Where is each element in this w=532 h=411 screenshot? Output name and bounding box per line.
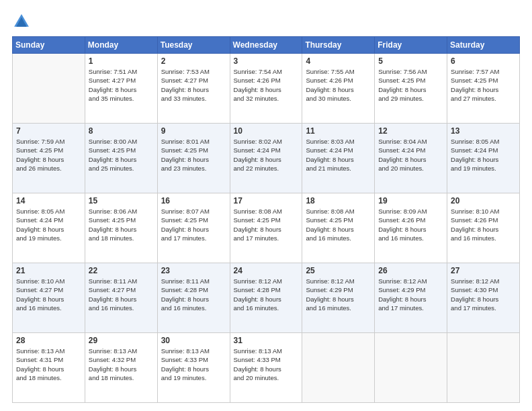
- day-info: Sunrise: 8:05 AM Sunset: 4:24 PM Dayligh…: [451, 137, 516, 173]
- calendar-cell: 11Sunrise: 8:03 AM Sunset: 4:24 PM Dayli…: [302, 124, 375, 193]
- day-number: 23: [161, 266, 226, 275]
- day-number: 31: [234, 336, 299, 345]
- calendar-cell: 14Sunrise: 8:05 AM Sunset: 4:24 PM Dayli…: [13, 193, 85, 263]
- day-number: 10: [234, 126, 299, 136]
- calendar-cell: 7Sunrise: 7:59 AM Sunset: 4:25 PM Daylig…: [13, 124, 85, 193]
- calendar-cell: 22Sunrise: 8:11 AM Sunset: 4:27 PM Dayli…: [85, 263, 157, 333]
- day-number: 25: [306, 266, 371, 275]
- calendar-cell: 31Sunrise: 8:13 AM Sunset: 4:33 PM Dayli…: [230, 333, 302, 403]
- day-number: 12: [378, 126, 443, 136]
- calendar-cell: [375, 333, 447, 403]
- day-number: 21: [16, 266, 81, 275]
- day-info: Sunrise: 8:02 AM Sunset: 4:24 PM Dayligh…: [234, 137, 299, 173]
- day-info: Sunrise: 8:13 AM Sunset: 4:33 PM Dayligh…: [161, 347, 226, 382]
- calendar-week-3: 14Sunrise: 8:05 AM Sunset: 4:24 PM Dayli…: [13, 193, 520, 263]
- calendar-cell: 6Sunrise: 7:57 AM Sunset: 4:25 PM Daylig…: [447, 54, 520, 124]
- day-info: Sunrise: 8:12 AM Sunset: 4:29 PM Dayligh…: [306, 277, 371, 312]
- calendar-cell: 30Sunrise: 8:13 AM Sunset: 4:33 PM Dayli…: [157, 333, 230, 403]
- calendar-cell: 9Sunrise: 8:01 AM Sunset: 4:25 PM Daylig…: [157, 124, 230, 193]
- calendar-cell: [302, 333, 375, 403]
- day-number: 8: [89, 126, 154, 136]
- day-info: Sunrise: 8:10 AM Sunset: 4:26 PM Dayligh…: [451, 207, 516, 242]
- day-number: 17: [234, 196, 299, 205]
- day-info: Sunrise: 8:00 AM Sunset: 4:25 PM Dayligh…: [89, 137, 154, 173]
- day-number: 9: [161, 126, 226, 136]
- weekday-header-tuesday: Tuesday: [157, 37, 230, 54]
- header: [12, 12, 520, 31]
- calendar-cell: 10Sunrise: 8:02 AM Sunset: 4:24 PM Dayli…: [230, 124, 302, 193]
- page: SundayMondayTuesdayWednesdayThursdayFrid…: [0, 0, 532, 411]
- day-number: 16: [161, 196, 226, 205]
- day-number: 15: [89, 196, 154, 205]
- day-number: 27: [451, 266, 516, 275]
- weekday-header-wednesday: Wednesday: [230, 37, 302, 54]
- calendar-cell: 29Sunrise: 8:13 AM Sunset: 4:32 PM Dayli…: [85, 333, 157, 403]
- day-info: Sunrise: 8:08 AM Sunset: 4:25 PM Dayligh…: [234, 207, 299, 242]
- weekday-header-sunday: Sunday: [13, 37, 85, 54]
- day-info: Sunrise: 8:04 AM Sunset: 4:24 PM Dayligh…: [378, 137, 443, 173]
- calendar-cell: 8Sunrise: 8:00 AM Sunset: 4:25 PM Daylig…: [85, 124, 157, 193]
- calendar-body: 1Sunrise: 7:51 AM Sunset: 4:27 PM Daylig…: [13, 54, 520, 403]
- calendar-cell: 1Sunrise: 7:51 AM Sunset: 4:27 PM Daylig…: [85, 54, 157, 124]
- calendar-table: SundayMondayTuesdayWednesdayThursdayFrid…: [12, 36, 520, 403]
- calendar-cell: 13Sunrise: 8:05 AM Sunset: 4:24 PM Dayli…: [447, 124, 520, 193]
- day-number: 2: [161, 56, 226, 66]
- day-info: Sunrise: 8:01 AM Sunset: 4:25 PM Dayligh…: [161, 137, 226, 173]
- calendar-cell: 2Sunrise: 7:53 AM Sunset: 4:27 PM Daylig…: [157, 54, 230, 124]
- day-info: Sunrise: 8:12 AM Sunset: 4:28 PM Dayligh…: [234, 277, 299, 312]
- day-info: Sunrise: 8:06 AM Sunset: 4:25 PM Dayligh…: [89, 207, 154, 242]
- day-number: 24: [234, 266, 299, 275]
- day-number: 14: [16, 196, 81, 205]
- calendar-cell: [13, 54, 85, 124]
- day-number: 28: [16, 336, 81, 345]
- day-number: 7: [16, 126, 81, 136]
- day-info: Sunrise: 8:05 AM Sunset: 4:24 PM Dayligh…: [16, 207, 81, 242]
- day-number: 1: [89, 56, 154, 66]
- weekday-header-thursday: Thursday: [302, 37, 375, 54]
- calendar-cell: 19Sunrise: 8:09 AM Sunset: 4:26 PM Dayli…: [375, 193, 447, 263]
- calendar-cell: [447, 333, 520, 403]
- day-info: Sunrise: 8:09 AM Sunset: 4:26 PM Dayligh…: [378, 207, 443, 242]
- calendar-week-2: 7Sunrise: 7:59 AM Sunset: 4:25 PM Daylig…: [13, 124, 520, 193]
- day-info: Sunrise: 8:07 AM Sunset: 4:25 PM Dayligh…: [161, 207, 226, 242]
- day-info: Sunrise: 7:53 AM Sunset: 4:27 PM Dayligh…: [161, 67, 226, 103]
- calendar-cell: 27Sunrise: 8:12 AM Sunset: 4:30 PM Dayli…: [447, 263, 520, 333]
- calendar-cell: 12Sunrise: 8:04 AM Sunset: 4:24 PM Dayli…: [375, 124, 447, 193]
- day-number: 29: [89, 336, 154, 345]
- calendar-cell: 20Sunrise: 8:10 AM Sunset: 4:26 PM Dayli…: [447, 193, 520, 263]
- day-number: 13: [451, 126, 516, 136]
- day-info: Sunrise: 8:13 AM Sunset: 4:31 PM Dayligh…: [16, 347, 81, 382]
- day-info: Sunrise: 7:51 AM Sunset: 4:27 PM Dayligh…: [89, 67, 154, 103]
- calendar-cell: 28Sunrise: 8:13 AM Sunset: 4:31 PM Dayli…: [13, 333, 85, 403]
- day-info: Sunrise: 8:12 AM Sunset: 4:30 PM Dayligh…: [451, 277, 516, 312]
- day-info: Sunrise: 7:55 AM Sunset: 4:26 PM Dayligh…: [306, 67, 371, 103]
- calendar-cell: 16Sunrise: 8:07 AM Sunset: 4:25 PM Dayli…: [157, 193, 230, 263]
- day-number: 6: [451, 56, 516, 66]
- calendar-cell: 15Sunrise: 8:06 AM Sunset: 4:25 PM Dayli…: [85, 193, 157, 263]
- day-number: 20: [451, 196, 516, 205]
- day-info: Sunrise: 8:08 AM Sunset: 4:25 PM Dayligh…: [306, 207, 371, 242]
- day-number: 5: [378, 56, 443, 66]
- day-number: 3: [234, 56, 299, 66]
- day-number: 19: [378, 196, 443, 205]
- day-info: Sunrise: 8:13 AM Sunset: 4:33 PM Dayligh…: [234, 347, 299, 382]
- calendar-cell: 17Sunrise: 8:08 AM Sunset: 4:25 PM Dayli…: [230, 193, 302, 263]
- weekday-header-saturday: Saturday: [447, 37, 520, 54]
- day-info: Sunrise: 8:03 AM Sunset: 4:24 PM Dayligh…: [306, 137, 371, 173]
- calendar-week-1: 1Sunrise: 7:51 AM Sunset: 4:27 PM Daylig…: [13, 54, 520, 124]
- calendar-cell: 23Sunrise: 8:11 AM Sunset: 4:28 PM Dayli…: [157, 263, 230, 333]
- calendar-cell: 26Sunrise: 8:12 AM Sunset: 4:29 PM Dayli…: [375, 263, 447, 333]
- calendar-cell: 4Sunrise: 7:55 AM Sunset: 4:26 PM Daylig…: [302, 54, 375, 124]
- weekday-header-monday: Monday: [85, 37, 157, 54]
- day-info: Sunrise: 8:13 AM Sunset: 4:32 PM Dayligh…: [89, 347, 154, 382]
- day-number: 26: [378, 266, 443, 275]
- day-number: 18: [306, 196, 371, 205]
- day-info: Sunrise: 8:12 AM Sunset: 4:29 PM Dayligh…: [378, 277, 443, 312]
- day-info: Sunrise: 7:57 AM Sunset: 4:25 PM Dayligh…: [451, 67, 516, 103]
- day-number: 11: [306, 126, 371, 136]
- calendar-cell: 3Sunrise: 7:54 AM Sunset: 4:26 PM Daylig…: [230, 54, 302, 124]
- logo-icon: [12, 12, 31, 31]
- day-info: Sunrise: 8:11 AM Sunset: 4:27 PM Dayligh…: [89, 277, 154, 312]
- calendar-cell: 21Sunrise: 8:10 AM Sunset: 4:27 PM Dayli…: [13, 263, 85, 333]
- day-number: 22: [89, 266, 154, 275]
